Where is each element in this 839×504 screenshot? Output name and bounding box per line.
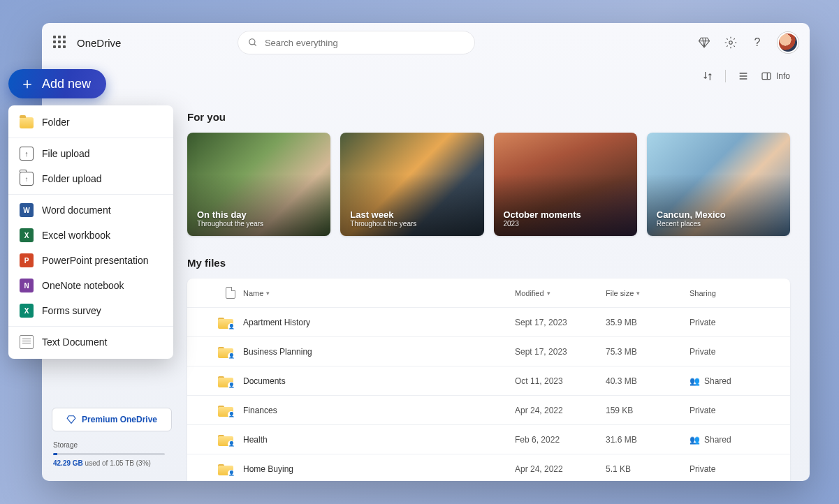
card-title: October moments [504, 209, 627, 220]
card-subtitle: 2023 [504, 220, 627, 228]
divider [725, 70, 726, 82]
plus-icon: ＋ [20, 73, 35, 94]
folder-icon [20, 117, 34, 128]
file-name: Finances [243, 406, 515, 415]
file-size: 35.9 MB [606, 318, 690, 327]
user-avatar[interactable] [778, 32, 798, 53]
table-row[interactable]: 👤Home BuyingApr 24, 20225.1 KBPrivate [187, 454, 790, 481]
search-input[interactable] [265, 38, 465, 48]
dd-forms[interactable]: X Forms survey [8, 298, 173, 323]
folder-icon: 👤 [218, 433, 233, 446]
powerpoint-icon: P [20, 253, 34, 267]
dd-file-upload[interactable]: File upload [8, 141, 173, 166]
forms-icon: X [20, 304, 34, 318]
storage-bar [53, 453, 165, 455]
person-badge-icon: 👤 [228, 382, 235, 389]
excel-icon: X [20, 228, 34, 242]
view-list-icon[interactable] [737, 70, 750, 82]
diamond-icon [66, 415, 76, 424]
file-name: Apartment History [243, 318, 515, 327]
dd-excel[interactable]: X Excel workbook [8, 223, 173, 248]
file-sharing: Private [690, 318, 787, 327]
table-row[interactable]: 👤Apartment HistorySept 17, 202335.9 MBPr… [187, 308, 790, 337]
svg-line-1 [254, 44, 256, 46]
svg-point-2 [729, 41, 733, 45]
search-icon [248, 38, 258, 47]
file-size: 31.6 MB [606, 435, 690, 445]
chevron-down-icon: ▾ [636, 290, 640, 297]
dd-folder-upload[interactable]: Folder upload [8, 166, 173, 191]
folder-icon: 👤 [218, 375, 233, 387]
file-modified: Apr 24, 2022 [515, 464, 606, 474]
file-sharing: 👥Shared [690, 376, 787, 386]
premium-onedrive-button[interactable]: Premium OneDrive [52, 408, 172, 431]
folder-icon: 👤 [218, 316, 233, 329]
person-badge-icon: 👤 [228, 323, 235, 330]
dd-folder[interactable]: Folder [8, 110, 173, 135]
info-label: Info [776, 71, 790, 81]
settings-gear-icon[interactable] [724, 36, 737, 49]
add-new-button[interactable]: ＋ Add new [8, 69, 106, 98]
table-row[interactable]: 👤HealthFeb 6, 202231.6 MB👥Shared [187, 425, 790, 454]
file-sharing: 👥Shared [690, 435, 787, 445]
memory-card[interactable]: Cancun, Mexico Recent places [647, 133, 790, 236]
svg-rect-6 [762, 73, 771, 79]
storage-text[interactable]: 42.29 GB used of 1.05 TB (3%) [53, 459, 170, 467]
for-you-title: For you [187, 111, 790, 123]
file-name: Business Planning [243, 347, 515, 357]
storage-label: Storage [53, 441, 170, 449]
file-sharing: Private [690, 406, 787, 415]
info-icon [761, 71, 772, 82]
dd-word[interactable]: W Word document [8, 198, 173, 223]
memory-card[interactable]: October moments 2023 [494, 133, 637, 236]
file-size: 5.1 KB [606, 464, 690, 474]
people-icon: 👥 [690, 376, 700, 386]
col-size[interactable]: File size▾ [606, 289, 690, 297]
chevron-down-icon: ▾ [266, 290, 270, 297]
dd-onenote[interactable]: N OneNote notebook [8, 273, 173, 298]
word-icon: W [20, 203, 34, 217]
card-title: Cancun, Mexico [657, 209, 780, 220]
dd-powerpoint[interactable]: P PowerPoint presentation [8, 248, 173, 273]
premium-diamond-icon[interactable] [698, 36, 710, 49]
sort-icon[interactable] [701, 70, 714, 82]
col-modified[interactable]: Modified▾ [515, 289, 606, 297]
brand-title: OneDrive [77, 37, 121, 49]
file-type-icon[interactable] [226, 287, 235, 299]
chevron-down-icon: ▾ [547, 290, 550, 297]
people-icon: 👥 [690, 435, 700, 445]
folder-icon: 👤 [218, 404, 233, 417]
file-size: 75.3 MB [606, 347, 690, 357]
person-badge-icon: 👤 [228, 353, 235, 360]
dd-text[interactable]: Text Document [8, 329, 173, 355]
person-badge-icon: 👤 [228, 411, 235, 418]
file-name: Home Buying [243, 464, 515, 474]
text-doc-icon [20, 335, 34, 349]
help-icon[interactable]: ? [751, 36, 764, 49]
file-name: Health [243, 435, 515, 445]
col-sharing[interactable]: Sharing [690, 289, 787, 297]
card-title: Last week [350, 209, 474, 220]
file-sharing: Private [690, 464, 787, 474]
view-toolbar: Info [42, 62, 810, 90]
files-table: Name▾ Modified▾ File size▾ Sharing 👤Apar… [187, 279, 790, 481]
memory-card[interactable]: On this day Throughout the years [187, 133, 330, 236]
table-row[interactable]: 👤Business PlanningSept 17, 202375.3 MBPr… [187, 337, 790, 366]
table-row[interactable]: 👤FinancesApr 24, 2022159 KBPrivate [187, 396, 790, 425]
header: OneDrive ? [42, 23, 810, 62]
file-modified: Sept 17, 2023 [515, 318, 606, 327]
main-content: For you On this day Throughout the years… [182, 90, 810, 481]
file-sharing: Private [690, 347, 787, 357]
memory-card[interactable]: Last week Throughout the years [340, 133, 483, 236]
file-size: 40.3 MB [606, 376, 690, 386]
search-box[interactable] [238, 31, 475, 54]
info-button[interactable]: Info [761, 71, 790, 82]
for-you-cards: On this day Throughout the years Last we… [187, 133, 790, 236]
divider [8, 326, 173, 327]
divider [8, 138, 173, 138]
app-launcher-icon[interactable] [53, 36, 67, 50]
file-modified: Sept 17, 2023 [515, 347, 606, 357]
table-row[interactable]: 👤DocumentsOct 11, 202340.3 MB👥Shared [187, 366, 790, 396]
col-name[interactable]: Name▾ [243, 289, 515, 297]
svg-point-0 [249, 39, 255, 45]
